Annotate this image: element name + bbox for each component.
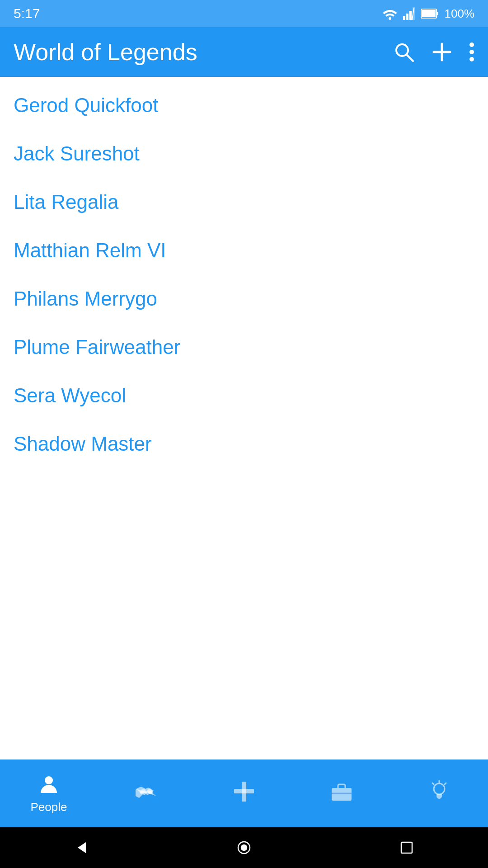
people-icon — [37, 773, 61, 797]
recents-button[interactable] — [389, 830, 425, 866]
svg-point-14 — [469, 50, 474, 54]
svg-rect-31 — [401, 842, 412, 853]
list-item-name: Gerod Quickfoot — [14, 94, 158, 116]
svg-line-10 — [407, 55, 413, 61]
nav-item-briefcase[interactable] — [293, 760, 390, 827]
svg-point-30 — [241, 845, 247, 850]
battery-icon — [421, 8, 439, 19]
handshake-icon — [135, 780, 158, 803]
svg-rect-19 — [141, 791, 152, 793]
list-item-name: Jack Sureshot — [14, 142, 140, 165]
svg-point-13 — [469, 42, 474, 47]
list-item-name: Lita Regalia — [14, 191, 118, 213]
list-item-name: Plume Fairweather — [14, 336, 180, 358]
list-item-name: Sera Wyecol — [14, 384, 126, 406]
battery-percent: 100% — [445, 7, 475, 21]
list-item[interactable]: Matthian Relm VI — [0, 226, 488, 275]
home-button[interactable] — [226, 830, 262, 866]
back-button[interactable] — [63, 830, 99, 866]
svg-marker-28 — [78, 842, 86, 853]
add-button[interactable] — [431, 41, 453, 63]
status-time: 5:17 — [14, 6, 40, 21]
list-item-name: Shadow Master — [14, 433, 152, 455]
app-title: World of Legends — [14, 38, 393, 66]
nav-item-idea[interactable] — [390, 760, 488, 827]
bottom-nav: People — [0, 760, 488, 827]
signal-icon — [403, 7, 416, 20]
list-item[interactable]: Plume Fairweather — [0, 323, 488, 372]
svg-rect-22 — [332, 788, 352, 801]
svg-line-26 — [445, 783, 446, 784]
svg-rect-3 — [409, 11, 412, 20]
svg-rect-2 — [406, 14, 408, 20]
list-item[interactable]: Jack Sureshot — [0, 130, 488, 178]
search-button[interactable] — [393, 41, 415, 63]
wifi-icon — [382, 7, 398, 20]
idea-icon — [427, 780, 451, 803]
people-list: Gerod QuickfootJack SureshotLita Regalia… — [0, 77, 488, 760]
status-icons: 100% — [382, 7, 475, 21]
list-item[interactable]: Gerod Quickfoot — [0, 81, 488, 130]
svg-point-16 — [45, 776, 53, 784]
list-item[interactable]: Philans Merrygo — [0, 275, 488, 323]
app-bar: World of Legends — [0, 27, 488, 77]
status-bar: 5:17 10 — [0, 0, 488, 27]
list-item[interactable]: Lita Regalia — [0, 178, 488, 226]
more-vert-button[interactable] — [469, 41, 474, 63]
svg-point-0 — [389, 17, 391, 20]
svg-point-24 — [434, 783, 445, 794]
svg-rect-21 — [234, 789, 254, 793]
list-item-name: Philans Merrygo — [14, 288, 157, 310]
system-nav — [0, 827, 488, 868]
svg-rect-7 — [422, 10, 436, 17]
list-item-name: Matthian Relm VI — [14, 239, 166, 261]
nav-item-cross[interactable] — [195, 760, 293, 827]
briefcase-icon — [330, 780, 353, 803]
svg-rect-8 — [436, 12, 438, 15]
list-item[interactable]: Shadow Master — [0, 420, 488, 468]
cross-icon — [232, 780, 256, 803]
svg-rect-1 — [403, 16, 405, 20]
svg-point-15 — [469, 57, 474, 61]
svg-line-27 — [432, 783, 434, 784]
nav-label-people: People — [31, 800, 67, 814]
nav-item-handshake[interactable] — [98, 760, 195, 827]
nav-item-people[interactable]: People — [0, 760, 98, 827]
list-item[interactable]: Sera Wyecol — [0, 372, 488, 420]
app-bar-actions — [393, 41, 474, 63]
